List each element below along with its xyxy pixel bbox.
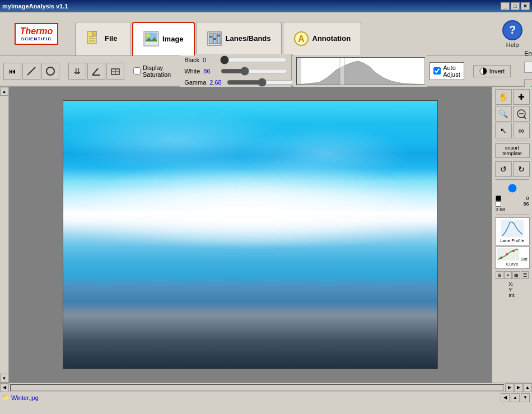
h-scrollbar: ◀ ▶ ▶ ▲: [0, 383, 532, 392]
white-level-row: White 86: [184, 67, 287, 75]
rp-zoom-in-button[interactable]: 🔍: [495, 106, 512, 122]
rp-icon-1[interactable]: ⊞: [496, 271, 503, 279]
lanesbands-tab-icon: [207, 31, 222, 46]
lane-profile-label: Lane Profile: [500, 238, 524, 243]
rp-rotate-left-button[interactable]: ↺: [495, 161, 512, 177]
rp-rotate-right-button[interactable]: ↻: [513, 161, 530, 177]
rp-cursor-button[interactable]: ↖: [495, 123, 512, 138]
import-template-button[interactable]: importtemplate: [495, 143, 530, 158]
scroll-down-arrow[interactable]: ▼: [0, 374, 9, 383]
close-button[interactable]: ✕: [521, 2, 530, 10]
lane-profile-icon: [501, 220, 524, 237]
resize-tool-icon: [110, 66, 120, 76]
h-scroll-left[interactable]: ◀: [0, 383, 9, 392]
rp-black-row: 0: [496, 196, 529, 201]
tab-file-label: File: [105, 34, 117, 43]
rp-hand-button[interactable]: ✋: [495, 89, 512, 105]
thermo-logo: Thermo SCIENTIFIC: [15, 23, 59, 45]
status-bar: 📁 Winter.jpg ◀ ▲ ▼: [0, 392, 532, 403]
rp-white-value: 86: [523, 201, 529, 207]
invert-icon: [479, 67, 487, 75]
tool-line-button[interactable]: [22, 63, 40, 80]
black-value: 0: [203, 57, 217, 63]
rp-white-row: 86: [496, 201, 529, 207]
rp-icon-2[interactable]: ≡: [504, 271, 512, 279]
white-value: 86: [203, 68, 217, 75]
status-nav-up[interactable]: ▲: [511, 393, 520, 402]
status-nav: ◀ ▲ ▼: [501, 393, 530, 402]
black-level-row: Black 0: [184, 56, 287, 64]
h-scroll-right[interactable]: ▶: [505, 383, 514, 392]
svg-line-18: [27, 67, 35, 75]
auto-adjust-checkbox[interactable]: [433, 67, 441, 75]
title-bar: myImageAnalysis v1.1 _ □ ✕: [0, 0, 532, 12]
vertical-slider[interactable]: [507, 184, 518, 192]
scroll-up-arrow[interactable]: ▲: [0, 87, 9, 96]
tool-resize-button[interactable]: [106, 63, 124, 80]
status-filename: Winter.jpg: [11, 394, 39, 401]
svg-line-21: [92, 68, 98, 75]
x-readout: X:: [508, 281, 516, 287]
status-nav-down[interactable]: ▼: [521, 393, 530, 402]
rp-repeat-button[interactable]: ∞: [513, 123, 530, 138]
tab-file[interactable]: File: [75, 22, 131, 55]
gamma-label: Gamma: [184, 79, 206, 86]
logo-scientific-text: SCIENTIFIC: [20, 36, 53, 41]
svg-rect-1: [92, 31, 96, 35]
rp-zoom-out-button[interactable]: [513, 106, 530, 122]
gamma-slider[interactable]: [227, 78, 294, 86]
svg-rect-14: [213, 38, 216, 40]
tool-expand-button[interactable]: ⇊: [68, 63, 86, 80]
tab-lanesbands[interactable]: Lanes/Bands: [196, 22, 282, 55]
rp-icon-3[interactable]: ▦: [512, 271, 520, 279]
help-icon[interactable]: ?: [502, 20, 522, 40]
levels-area: Black 0 White 86 Gamma 2.68: [180, 54, 292, 89]
enhancements-select[interactable]: [524, 62, 532, 73]
rp-white-box: [496, 201, 501, 207]
histogram-area: [294, 55, 427, 87]
std-curve-button[interactable]: Std Curve: [495, 246, 530, 269]
tab-image-label: Image: [162, 35, 184, 43]
int-readout: Int:: [508, 292, 516, 298]
display-saturation-label: Display Saturation: [143, 64, 171, 78]
tool-circle-button[interactable]: [41, 63, 59, 80]
rp-separator-2: [496, 179, 529, 180]
tab-annotation[interactable]: A Annotation: [283, 22, 362, 55]
rp-separator-1: [496, 141, 529, 141]
display-saturation-control: Display Saturation: [133, 64, 171, 78]
app-title: myImageAnalysis v1.1: [2, 3, 68, 10]
lane-profile-button[interactable]: Lane Profile: [495, 217, 530, 245]
gamma-value: 2.68: [209, 79, 223, 86]
tabs-area: File Image Lanes/Bands: [73, 12, 493, 55]
zoom-out-icon: [516, 109, 526, 119]
circle-tool-icon: [45, 66, 55, 76]
svg-point-34: [500, 257, 502, 259]
v-scrollbar-left: ▲ ▼: [0, 87, 9, 383]
rp-gamma-value: 2.68: [496, 207, 506, 212]
rp-icon-4[interactable]: ☰: [521, 271, 529, 279]
invert-button[interactable]: Invert: [473, 65, 511, 77]
h-scroll-extra-1[interactable]: ▶: [514, 383, 523, 392]
h-scroll-extra-2[interactable]: ▲: [523, 383, 532, 392]
tab-annotation-label: Annotation: [312, 34, 351, 43]
rp-zoom-row: 🔍: [495, 106, 530, 122]
tab-image[interactable]: Image: [132, 22, 195, 55]
svg-point-8: [146, 34, 150, 37]
tool-first-button[interactable]: ⏮: [3, 63, 21, 80]
tool-group-2: ⇊: [68, 63, 124, 80]
black-slider[interactable]: [220, 56, 287, 64]
white-slider[interactable]: [221, 67, 288, 75]
svg-rect-26: [297, 58, 301, 85]
rp-plus-button[interactable]: ✚: [513, 89, 530, 105]
display-saturation-checkbox[interactable]: [133, 67, 141, 75]
import-template-label: importtemplate: [502, 145, 522, 156]
svg-rect-27: [340, 58, 344, 85]
maximize-button[interactable]: □: [511, 2, 520, 10]
h-scroll-track[interactable]: [10, 384, 504, 391]
minimize-button[interactable]: _: [501, 2, 510, 10]
svg-line-31: [524, 117, 526, 119]
svg-rect-10: [209, 34, 212, 44]
status-nav-prev[interactable]: ◀: [501, 393, 510, 402]
tool-angle-button[interactable]: [87, 63, 105, 80]
main-content: ▲ ▼ ✋ ✚ 🔍 ↖ ∞ import: [0, 87, 532, 383]
